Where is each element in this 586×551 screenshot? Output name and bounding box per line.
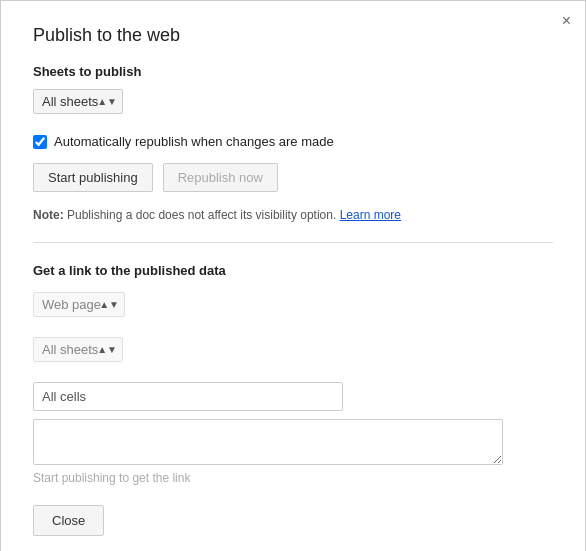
format-select[interactable]: Web page CSV TSV PDF (33, 292, 125, 317)
start-publishing-button[interactable]: Start publishing (33, 163, 153, 192)
publish-buttons-row: Start publishing Republish now (33, 163, 553, 192)
sheets-select[interactable]: All sheets Sheet1 Sheet2 (33, 89, 123, 114)
dialog-close-button[interactable]: × (562, 13, 571, 29)
footer: Close (33, 505, 553, 536)
format-select-wrapper: Web page CSV TSV PDF ▲▼ (33, 292, 125, 317)
auto-republish-checkbox[interactable] (33, 135, 47, 149)
sheet-select2[interactable]: All sheets Sheet1 Sheet2 (33, 337, 123, 362)
sheet-select2-wrapper: All sheets Sheet1 Sheet2 ▲▼ (33, 337, 123, 362)
republish-now-button[interactable]: Republish now (163, 163, 278, 192)
section-divider (33, 242, 553, 243)
dialog-title: Publish to the web (33, 25, 553, 46)
learn-more-link[interactable]: Learn more (340, 208, 401, 222)
sheets-to-publish-label: Sheets to publish (33, 64, 553, 79)
close-button[interactable]: Close (33, 505, 104, 536)
note-prefix: Note: (33, 208, 67, 222)
auto-republish-row: Automatically republish when changes are… (33, 134, 553, 149)
get-link-label: Get a link to the published data (33, 263, 553, 278)
sheets-select-wrapper: All sheets Sheet1 Sheet2 ▲▼ (33, 89, 123, 114)
auto-republish-label: Automatically republish when changes are… (54, 134, 334, 149)
link-hint: Start publishing to get the link (33, 471, 553, 485)
note-row: Note: Publishing a doc does not affect i… (33, 208, 553, 222)
publish-dialog: × Publish to the web Sheets to publish A… (0, 0, 586, 551)
cells-input[interactable] (33, 382, 343, 411)
link-textarea[interactable] (33, 419, 503, 465)
note-text: Publishing a doc does not affect its vis… (67, 208, 336, 222)
